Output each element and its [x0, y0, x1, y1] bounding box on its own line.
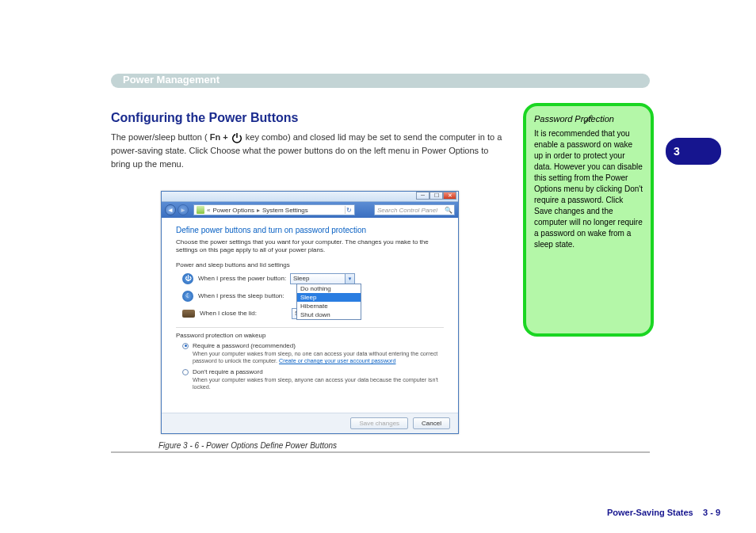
search-placeholder: Search Control Panel: [377, 207, 437, 214]
dialog-body: Define power buttons and turn on passwor…: [162, 218, 458, 390]
search-icon: 🔍: [445, 207, 452, 214]
dialog-heading: Define power buttons and turn on passwor…: [176, 226, 444, 234]
page-num-text: 3 - 9: [703, 508, 720, 517]
forward-button[interactable]: ►: [178, 204, 189, 215]
lid-label: When I close the lid:: [200, 310, 292, 317]
dialog-sub2: Password protection on wakeup: [176, 332, 444, 339]
power-button-select[interactable]: Sleep ▼: [290, 273, 355, 284]
dialog-titlebar: ─ ☐ ✕: [162, 192, 458, 202]
lid-icon: [182, 310, 195, 318]
back-button[interactable]: ◄: [165, 204, 176, 215]
minimize-button[interactable]: ─: [416, 192, 430, 200]
search-input[interactable]: Search Control Panel 🔍: [374, 204, 455, 215]
require-password-radio[interactable]: [182, 343, 189, 349]
header-title: Power Management: [123, 74, 220, 86]
dialog-intro: Choose the power settings that you want …: [176, 238, 444, 255]
figure-caption: Figure 3 - 6 - Power Options Define Powe…: [158, 441, 337, 450]
dont-require-radio[interactable]: [182, 369, 189, 375]
section-heading: Configuring the Power Buttons: [111, 111, 298, 125]
create-password-link[interactable]: Create or change your user account passw…: [279, 357, 395, 364]
require-password-row: Require a password (recommended) When yo…: [182, 342, 444, 365]
window-controls: ─ ☐ ✕: [416, 192, 456, 200]
save-changes-button[interactable]: Save changes: [350, 417, 408, 429]
dropdown-item[interactable]: Shut down: [297, 310, 361, 319]
body-before: The power/sleep button (: [111, 132, 208, 142]
dont-require-label: Don't require a password: [193, 368, 444, 375]
dropdown-item[interactable]: Do nothing: [297, 284, 361, 293]
power-button-dropdown: Do nothing Sleep Hibernate Shut down: [296, 284, 361, 320]
dropdown-item[interactable]: Hibernate: [297, 302, 361, 310]
note-text: It is recommended that you enable a pass…: [534, 128, 643, 250]
power-icon: [231, 131, 243, 144]
power-options-dialog: ─ ☐ ✕ ◄ ► « Power Options ▸ System Setti…: [161, 191, 459, 434]
breadcrumb-sep: ▸: [257, 207, 260, 214]
password-section: Password protection on wakeup Require a …: [176, 327, 444, 390]
keycombo-label: Fn +: [210, 132, 231, 142]
chapter-tab-label: 3: [674, 145, 680, 158]
dialog-sub1: Power and sleep buttons and lid settings: [176, 261, 444, 268]
sleep-button-label: When I press the sleep button:: [198, 292, 290, 299]
dialog-navbar: ◄ ► « Power Options ▸ System Settings ↻ …: [162, 202, 458, 218]
pen-icon: [582, 112, 595, 128]
power-button-value: Sleep: [293, 275, 309, 282]
page-ref: Power-Saving States: [607, 508, 693, 517]
power-button-label: When I press the power button:: [198, 275, 290, 282]
dialog-footer: Save changes Cancel: [162, 413, 458, 433]
control-panel-icon: [197, 206, 204, 214]
footer-rule: [111, 451, 650, 453]
note-box: Password Protection It is recommended th…: [523, 103, 654, 337]
dropdown-item-selected[interactable]: Sleep: [297, 293, 361, 302]
refresh-icon[interactable]: ↻: [345, 206, 353, 214]
require-password-label: Require a password (recommended): [193, 342, 444, 349]
require-password-desc: When your computer wakes from sleep, no …: [193, 350, 444, 365]
cancel-button[interactable]: Cancel: [413, 417, 450, 429]
section-body: The power/sleep button ( Fn + key combo)…: [111, 131, 507, 170]
dont-require-desc: When your computer wakes from sleep, any…: [193, 376, 444, 391]
page-number: Power-Saving States 3 - 9: [607, 508, 720, 517]
breadcrumb-sep0: «: [207, 207, 210, 214]
maximize-button[interactable]: ☐: [430, 192, 443, 200]
power-icon: ⏻: [182, 273, 193, 284]
close-button[interactable]: ✕: [443, 192, 456, 200]
power-button-row: ⏻ When I press the power button: Sleep ▼…: [182, 273, 444, 284]
breadcrumb-item-2[interactable]: System Settings: [262, 207, 308, 214]
sleep-icon: ☾: [182, 291, 193, 302]
chevron-down-icon: ▼: [345, 274, 354, 284]
breadcrumb-item-1[interactable]: Power Options: [212, 207, 254, 214]
breadcrumb[interactable]: « Power Options ▸ System Settings ↻: [193, 204, 355, 215]
dont-require-row: Don't require a password When your compu…: [182, 368, 444, 391]
